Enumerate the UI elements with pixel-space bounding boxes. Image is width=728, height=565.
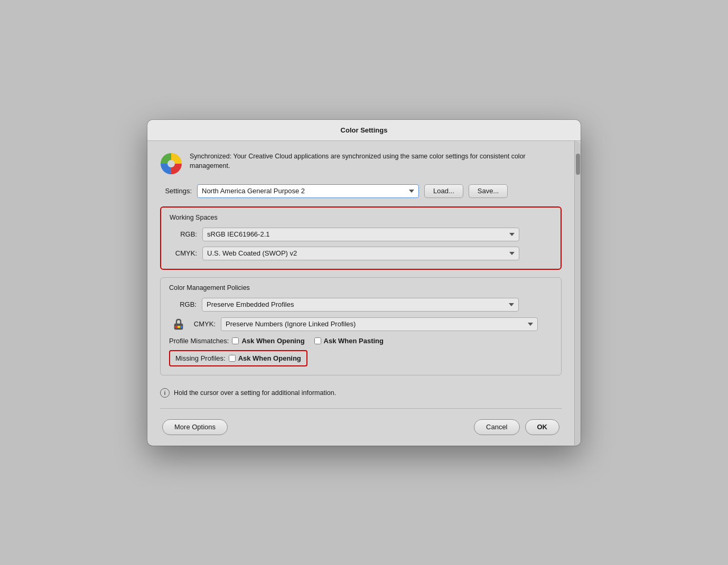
divider [160, 408, 562, 409]
info-text: Hold the cursor over a setting for addit… [174, 389, 336, 397]
cm-rgb-row: RGB: Preserve Embedded Profiles [169, 298, 553, 312]
settings-label: Settings: [160, 187, 192, 195]
cmyk-label: CMYK: [170, 249, 197, 257]
svg-rect-3 [175, 326, 178, 328]
footer: More Options Cancel OK [160, 415, 562, 437]
cm-cmyk-dropdown[interactable]: Preserve Numbers (Ignore Linked Profiles… [221, 317, 538, 331]
profile-mismatches-row: Profile Mismatches: Ask When Opening Ask… [169, 337, 553, 345]
dialog-title: Color Settings [341, 126, 388, 134]
missing-profiles-label: Missing Profiles: [175, 354, 226, 362]
svg-rect-4 [178, 326, 180, 328]
rgb-dropdown[interactable]: sRGB IEC61966-2.1 [202, 228, 519, 241]
working-spaces-title: Working Spaces [170, 214, 552, 221]
working-spaces-section: Working Spaces RGB: sRGB IEC61966-2.1 CM… [160, 206, 562, 270]
ask-when-opening-label[interactable]: Ask When Opening [241, 337, 304, 345]
color-management-title: Color Management Policies [169, 284, 553, 291]
cmyk-dropdown[interactable]: U.S. Web Coated (SWOP) v2 [202, 247, 519, 260]
svg-rect-5 [180, 326, 182, 328]
title-bar: Color Settings [147, 120, 581, 141]
cm-rgb-label: RGB: [169, 300, 197, 308]
cmyk-field-row: CMYK: U.S. Web Coated (SWOP) v2 [170, 247, 552, 260]
sync-notice: Synchronized: Your Creative Cloud applic… [160, 152, 562, 175]
load-button[interactable]: Load... [424, 184, 463, 198]
color-wheel-icon [160, 153, 182, 175]
scrollbar-track[interactable] [574, 141, 581, 446]
ask-when-opening-checkbox[interactable] [232, 337, 239, 344]
ask-when-opening-group: Ask When Opening [232, 337, 304, 345]
lock-icon-wrap [169, 317, 188, 332]
cm-rgb-dropdown[interactable]: Preserve Embedded Profiles [202, 298, 519, 312]
ask-when-pasting-checkbox[interactable] [314, 337, 321, 344]
ok-button[interactable]: OK [525, 419, 560, 435]
info-row: i Hold the cursor over a setting for add… [160, 383, 562, 400]
more-options-button[interactable]: More Options [162, 419, 228, 435]
rgb-field-row: RGB: sRGB IEC61966-2.1 [170, 228, 552, 241]
cancel-button[interactable]: Cancel [474, 419, 519, 435]
settings-row: Settings: North America General Purpose … [160, 184, 562, 198]
color-management-section: Color Management Policies RGB: Preserve … [160, 277, 562, 375]
info-icon: i [160, 388, 170, 398]
missing-ask-when-opening-checkbox[interactable] [229, 355, 236, 362]
scrollbar-thumb[interactable] [576, 154, 580, 175]
missing-profiles-row: Missing Profiles: Ask When Opening [169, 350, 307, 366]
settings-dropdown[interactable]: North America General Purpose 2 [197, 184, 419, 198]
footer-right: Cancel OK [474, 419, 559, 435]
profile-mismatches-label: Profile Mismatches: [169, 337, 229, 345]
sync-text: Synchronized: Your Creative Cloud applic… [190, 152, 562, 172]
ask-when-pasting-group: Ask When Pasting [314, 337, 384, 345]
svg-point-1 [167, 160, 175, 167]
cm-cmyk-row: CMYK: Preserve Numbers (Ignore Linked Pr… [169, 317, 553, 332]
missing-ask-when-opening-group: Ask When Opening [229, 354, 301, 362]
rgb-label: RGB: [170, 230, 197, 238]
save-button[interactable]: Save... [469, 184, 508, 198]
ask-when-pasting-label[interactable]: Ask When Pasting [324, 337, 384, 345]
cm-cmyk-label: CMYK: [188, 320, 216, 328]
missing-ask-when-opening-label[interactable]: Ask When Opening [238, 354, 301, 362]
lock-icon [171, 317, 186, 332]
